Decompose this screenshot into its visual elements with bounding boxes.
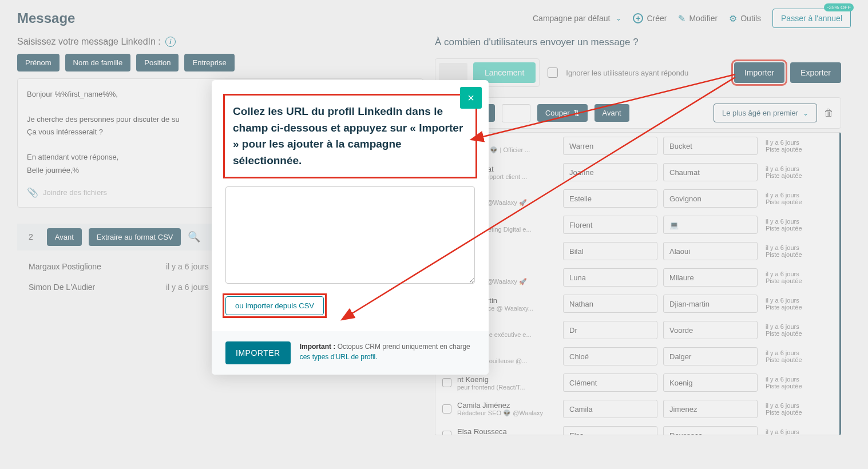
user-name: Camila Jiménez: [457, 401, 557, 410]
sort-selector[interactable]: Le plus âgé en premier⌄: [714, 104, 817, 122]
campaign-selector[interactable]: Campagne par défaut ⌄: [533, 14, 621, 23]
var-firstname-button[interactable]: Prénom: [17, 54, 60, 71]
user-firstname-input[interactable]: [563, 373, 657, 392]
user-checkbox[interactable]: [442, 431, 451, 435]
contact-date: il y a 6 jours: [166, 283, 209, 292]
user-status: Piste ajoutée: [766, 330, 817, 337]
campaign-name: Campagne par défaut: [533, 14, 610, 23]
user-date: il y a 6 jours: [766, 428, 817, 435]
paperclip-icon: 📎: [27, 187, 38, 198]
user-date: il y a 6 jours: [766, 323, 817, 330]
user-lastname-input[interactable]: [663, 268, 758, 287]
user-firstname-input[interactable]: [563, 295, 657, 313]
small-input[interactable]: [502, 104, 530, 122]
user-status: Piste ajoutée: [766, 277, 817, 284]
user-status: Piste ajoutée: [766, 146, 817, 153]
user-date: il y a 6 jours: [766, 271, 817, 277]
user-row: aouiprojet SEOil y a 6 joursPiste ajouté…: [435, 238, 839, 264]
plus-icon: +: [633, 13, 643, 23]
user-firstname-input[interactable]: [563, 189, 657, 208]
chevron-down-icon: ⌄: [616, 14, 621, 22]
user-lastname-input[interactable]: [663, 189, 758, 208]
footer-note: Important : Octopus CRM prend uniquement…: [300, 341, 475, 362]
user-lastname-input[interactable]: [663, 321, 758, 339]
user-row: rdee de marque exécutive e...il y a 6 jo…: [435, 317, 839, 343]
user-date: il y a 6 jours: [766, 165, 817, 172]
user-lastname-input[interactable]: [663, 347, 758, 365]
import-modal: × Collez les URL du profil LinkedIn dans…: [212, 80, 489, 375]
modal-instruction: Collez les URL du profil LinkedIn dans l…: [233, 104, 467, 169]
var-company-button[interactable]: Entreprise: [184, 54, 234, 71]
user-firstname-input[interactable]: [563, 426, 657, 435]
user-checkbox[interactable]: [442, 378, 451, 387]
user-date: il y a 6 jours: [766, 376, 817, 383]
close-icon: ×: [467, 92, 474, 105]
user-date: il y a 6 jours: [766, 139, 817, 146]
count-input[interactable]: [439, 63, 467, 82]
user-date: il y a 6 jours: [766, 218, 817, 225]
user-status: Piste ajoutée: [766, 172, 817, 179]
user-row: Warrenur financier 👽 | Officier ...il y …: [435, 133, 839, 159]
cut-button[interactable]: Couper⇅: [537, 104, 588, 122]
user-firstname-input[interactable]: [563, 347, 657, 365]
before-button-2[interactable]: Avant: [594, 104, 629, 122]
user-firstname-input[interactable]: [563, 242, 657, 260]
user-name: nt Koenig: [457, 375, 557, 384]
user-row: Elsa RoussecaCMO 👽 (Chief Music Officer)…: [435, 422, 839, 435]
import-submit-button[interactable]: IMPORTER: [225, 341, 291, 364]
contact-date: il y a 6 jours: [166, 262, 209, 271]
search-icon[interactable]: 🔍: [188, 230, 200, 243]
close-button[interactable]: ×: [460, 87, 482, 109]
info-icon[interactable]: i: [165, 37, 176, 47]
modal-instruction-box: Collez les URL du profil LinkedIn dans l…: [223, 94, 477, 178]
user-lastname-input[interactable]: [663, 163, 758, 181]
user-status: Piste ajoutée: [766, 409, 817, 416]
ignore-checkbox[interactable]: [548, 67, 558, 78]
user-checkbox[interactable]: [442, 404, 451, 414]
user-status: Piste ajoutée: [766, 225, 817, 232]
tools-link[interactable]: ⚙ Outils: [729, 13, 761, 24]
user-name: Elsa Rousseca: [457, 427, 557, 435]
before-button[interactable]: Avant: [47, 228, 82, 246]
user-row: ilaureclient 👽 | @Waalaxy 🚀il y a 6 jour…: [435, 264, 839, 291]
chevron-down-icon: ⌄: [803, 109, 808, 117]
trash-icon[interactable]: 🗑: [824, 108, 834, 119]
user-lastname-input[interactable]: [663, 216, 758, 234]
var-lastname-button[interactable]: Nom de famille: [65, 54, 131, 71]
modify-link[interactable]: ✎ Modifier: [678, 13, 718, 24]
user-row: Camila JiménezRédacteur SEO 👽 @Waalaxyil…: [435, 396, 839, 422]
user-lastname-input[interactable]: [663, 295, 758, 313]
user-row: nt Koenigpeur frontend (React/T...il y a…: [435, 369, 839, 396]
import-button[interactable]: Importer: [734, 62, 784, 83]
annual-button[interactable]: Passer à l'annuel -35% OFF: [772, 9, 851, 28]
user-lastname-input[interactable]: [663, 426, 758, 435]
result-count: 2: [22, 232, 40, 241]
user-lastname-input[interactable]: [663, 400, 758, 418]
export-button[interactable]: Exporter: [790, 62, 841, 83]
user-firstname-input[interactable]: [563, 321, 657, 339]
import-csv-button[interactable]: ou importer depuis CSV: [225, 296, 324, 315]
create-link[interactable]: + Créer: [633, 13, 667, 23]
user-subtitle: Rédacteur SEO 👽 @Waalaxy: [457, 410, 557, 417]
message-section-title: Saisissez votre message LinkedIn : i: [17, 37, 423, 47]
extract-csv-button[interactable]: Extraire au format CSV: [89, 228, 181, 246]
user-date: il y a 6 jours: [766, 349, 817, 356]
user-row: Dalgerirecteur Bidouilleuse @...il y a 6…: [435, 343, 839, 369]
user-status: Piste ajoutée: [766, 198, 817, 205]
user-status: Piste ajoutée: [766, 304, 817, 311]
var-position-button[interactable]: Position: [136, 54, 179, 71]
url-types-link[interactable]: ces types d'URL de profil.: [300, 353, 378, 361]
user-date: il y a 6 jours: [766, 402, 817, 409]
contact-name: Simon De L'Audier: [29, 283, 166, 292]
user-row: Djian-martinur croissance @ Waalaxy...il…: [435, 291, 839, 317]
user-firstname-input[interactable]: [563, 137, 657, 155]
user-lastname-input[interactable]: [663, 242, 758, 260]
user-firstname-input[interactable]: [563, 163, 657, 181]
user-firstname-input[interactable]: [563, 268, 657, 287]
user-lastname-input[interactable]: [663, 373, 758, 392]
page-title: Message: [17, 10, 75, 26]
user-firstname-input[interactable]: [563, 400, 657, 418]
user-lastname-input[interactable]: [663, 137, 758, 155]
url-textarea[interactable]: [225, 186, 475, 284]
user-firstname-input[interactable]: [563, 216, 657, 234]
